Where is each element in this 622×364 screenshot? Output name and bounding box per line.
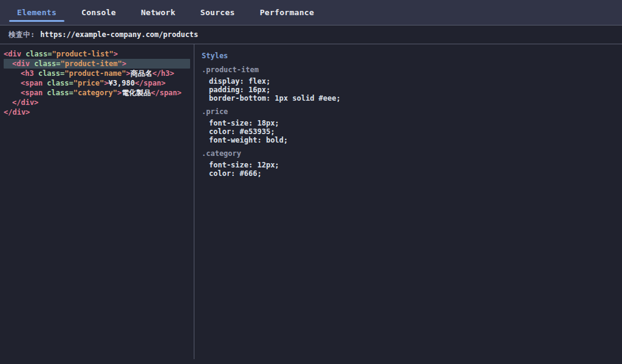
inspecting-label: 検査中: (9, 30, 35, 40)
css-rule: .pricefont-size: 18px;color: #e53935;fon… (202, 107, 615, 144)
tab-sources[interactable]: Sources (193, 0, 243, 25)
code-segment-tag: </div> (4, 108, 30, 116)
dom-tree-line[interactable]: <h3 class="product-name">商品名</h3> (4, 69, 190, 78)
code-segment-value: "product-list" (52, 50, 113, 58)
elements-tree-panel: <div class="product-list"><div class="pr… (0, 44, 194, 364)
code-segment-text: ¥3,980 (109, 79, 135, 87)
code-segment-tag: <h3 (21, 69, 38, 78)
code-segment-text: 電化製品 (121, 89, 151, 97)
code-segment-tag: > (104, 79, 108, 87)
css-rule: .product-itemdisplay: flex;padding: 16px… (202, 66, 615, 103)
devtools-window: ElementsConsoleNetworkSourcesPerformance… (0, 0, 622, 364)
code-segment-tag: <div (4, 50, 26, 58)
code-segment-tag: </span> (151, 89, 182, 97)
code-segment-tag: </div> (12, 98, 38, 107)
content-area: <div class="product-list"><div class="pr… (0, 44, 622, 364)
css-property[interactable]: padding: 16px; (202, 86, 615, 94)
tab-performance[interactable]: Performance (252, 0, 322, 25)
dom-tree-line-selected[interactable]: <div class="product-item"> (4, 59, 190, 69)
inspected-url: https://example-company.com/products (40, 30, 198, 39)
css-rule-selector[interactable]: .product-item (202, 66, 615, 74)
css-rule: .categoryfont-size: 12px;color: #666; (202, 149, 615, 178)
code-segment-tag: </span> (135, 79, 166, 87)
code-segment-text: 商品名 (131, 69, 152, 78)
code-segment-tag: <span (21, 89, 47, 97)
styles-panel-title: Styles (202, 52, 615, 60)
code-segment-tag: > (122, 59, 126, 68)
tab-elements[interactable]: Elements (9, 0, 64, 25)
dom-tree-line[interactable]: </div> (4, 98, 190, 107)
code-segment-tag: <span (21, 79, 47, 87)
css-property[interactable]: display: flex; (202, 77, 615, 86)
code-segment-attr: class= (47, 89, 73, 97)
code-segment-value: "category" (73, 89, 117, 97)
styles-panel: Styles .product-itemdisplay: flex;paddin… (194, 44, 622, 364)
css-property[interactable]: font-weight: bold; (202, 136, 615, 144)
dom-tree-line[interactable]: <div class="product-list"> (4, 49, 190, 59)
code-segment-attr: class= (26, 50, 52, 58)
code-segment-tag: > (114, 50, 118, 58)
tab-network[interactable]: Network (133, 0, 183, 25)
dom-tree-line[interactable]: <span class="category">電化製品</span> (4, 88, 190, 98)
tab-console[interactable]: Console (73, 0, 124, 25)
css-property[interactable]: color: #e53935; (202, 127, 615, 136)
dom-tree-line[interactable]: <span class="price">¥3,980</span> (4, 78, 190, 88)
css-property[interactable]: border-bottom: 1px solid #eee; (202, 94, 615, 103)
devtools-tabbar: ElementsConsoleNetworkSourcesPerformance (0, 0, 622, 25)
css-rules-list: .product-itemdisplay: flex;padding: 16px… (202, 66, 615, 178)
code-segment-tag: > (126, 69, 130, 78)
code-segment-value: "product-name" (64, 69, 126, 78)
css-rule-selector[interactable]: .category (202, 149, 615, 158)
code-segment-tag: </h3> (152, 69, 174, 78)
code-segment-attr: class= (38, 69, 64, 78)
css-rule-selector[interactable]: .price (202, 107, 615, 116)
code-segment-attr: class= (47, 79, 73, 87)
dom-tree-line[interactable]: </div> (4, 107, 190, 117)
css-property[interactable]: font-size: 12px; (202, 161, 615, 169)
code-segment-value: "price" (73, 79, 104, 87)
url-bar: 検査中: https://example-company.com/product… (0, 25, 622, 44)
code-segment-attr: class= (34, 59, 60, 68)
code-segment-value: "product-item" (60, 59, 121, 68)
code-segment-tag: <div (12, 59, 34, 68)
css-property[interactable]: font-size: 18px; (202, 119, 615, 127)
css-property[interactable]: color: #666; (202, 169, 615, 178)
